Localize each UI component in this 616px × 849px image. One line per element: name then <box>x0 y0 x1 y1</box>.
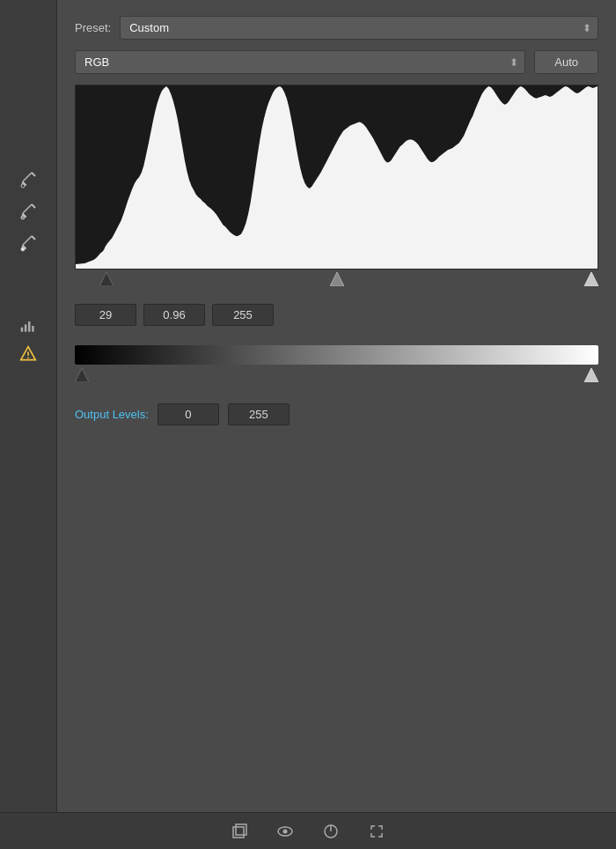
eye-icon[interactable] <box>273 819 297 844</box>
expand-icon[interactable] <box>364 819 389 844</box>
input-black-value[interactable] <box>75 304 136 326</box>
svg-marker-23 <box>584 368 598 382</box>
svg-line-0 <box>32 173 35 176</box>
svg-line-6 <box>23 211 25 213</box>
svg-line-10 <box>23 243 25 245</box>
new-layer-icon[interactable] <box>227 819 252 844</box>
tool-strip <box>0 0 57 849</box>
svg-rect-15 <box>32 326 33 332</box>
output-black-thumb[interactable] <box>75 368 89 385</box>
svg-marker-21 <box>584 272 598 286</box>
output-black-value[interactable] <box>158 403 219 425</box>
svg-rect-25 <box>236 824 246 835</box>
preset-label: Preset: <box>75 21 111 34</box>
input-values-row <box>75 304 598 326</box>
content-area: Preset: CustomDefaultDarkerIncrease Cont… <box>57 0 616 849</box>
input-midtone-thumb[interactable] <box>330 272 344 289</box>
preset-select-wrapper: CustomDefaultDarkerIncrease Contrast 1In… <box>120 16 598 40</box>
eyedropper-gray-tool[interactable] <box>12 199 44 224</box>
output-gradient-wrapper <box>75 345 598 386</box>
channel-select-wrapper: RGBRedGreenBlue ⬍ <box>75 50 525 74</box>
svg-marker-22 <box>75 368 89 382</box>
reset-icon[interactable] <box>319 819 343 844</box>
levels-panel: Preset: CustomDefaultDarkerIncrease Cont… <box>0 0 616 849</box>
auto-button[interactable]: Auto <box>534 50 598 74</box>
svg-line-2 <box>23 180 25 181</box>
levels-adjustment-icon[interactable] <box>12 314 44 338</box>
preset-select[interactable]: CustomDefaultDarkerIncrease Contrast 1In… <box>120 16 598 40</box>
input-midtone-value[interactable] <box>143 304 205 326</box>
output-gradient-bar <box>75 345 598 365</box>
svg-marker-20 <box>330 272 344 286</box>
output-slider-row <box>75 368 598 386</box>
svg-rect-14 <box>28 321 31 332</box>
warning-icon[interactable] <box>12 342 44 366</box>
svg-line-5 <box>25 204 32 211</box>
histogram-wrapper <box>75 85 598 290</box>
output-levels-row: Output Levels: <box>75 403 598 425</box>
eyedropper-black-tool[interactable] <box>12 167 44 192</box>
eyedropper-white-tool[interactable] <box>12 231 44 255</box>
input-white-thumb[interactable] <box>584 272 598 289</box>
input-black-thumb[interactable] <box>99 272 114 289</box>
svg-marker-19 <box>99 272 114 286</box>
svg-point-3 <box>21 184 25 188</box>
svg-point-27 <box>283 829 288 833</box>
input-white-value[interactable] <box>212 304 274 326</box>
svg-line-4 <box>32 204 35 208</box>
input-slider-row <box>75 272 598 290</box>
svg-point-7 <box>21 216 25 219</box>
svg-line-1 <box>25 173 32 180</box>
preset-row: Preset: CustomDefaultDarkerIncrease Cont… <box>75 16 598 40</box>
output-white-thumb[interactable] <box>584 368 598 385</box>
svg-point-18 <box>27 357 29 358</box>
channel-select[interactable]: RGBRedGreenBlue <box>75 50 525 74</box>
svg-line-9 <box>25 236 32 243</box>
output-levels-label: Output Levels: <box>75 408 149 421</box>
svg-point-11 <box>21 247 25 251</box>
svg-rect-24 <box>233 827 244 838</box>
svg-rect-13 <box>25 324 26 331</box>
output-white-value[interactable] <box>228 403 290 425</box>
svg-line-8 <box>32 236 35 240</box>
histogram-svg <box>76 85 598 269</box>
histogram-box <box>75 85 598 269</box>
channel-row: RGBRedGreenBlue ⬍ Auto <box>75 50 598 74</box>
bottom-toolbar <box>0 812 616 849</box>
svg-rect-12 <box>21 328 24 332</box>
